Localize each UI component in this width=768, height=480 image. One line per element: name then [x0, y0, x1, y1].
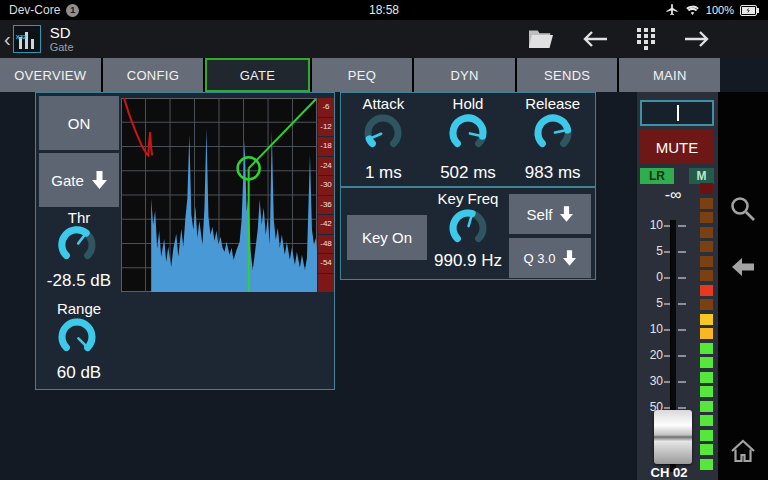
release-knob[interactable]: [529, 112, 577, 160]
channel-strip: MUTE LR M -∞ 1050510203050 CH 02: [637, 92, 718, 480]
range-label: Range: [36, 300, 122, 317]
gate-on-button[interactable]: ON: [39, 96, 119, 150]
airplane-mode-icon: [665, 3, 679, 17]
meter-segment: [700, 256, 713, 267]
nav-sidebar: [718, 92, 768, 480]
channel-name: CH 02: [637, 465, 701, 480]
db-scale-segment: -30: [318, 176, 334, 195]
meter-segment: [700, 343, 713, 354]
mixer-app-screen: Dev-Core 1 18:58 100% ‹ X32 SD Gate: [0, 0, 768, 480]
gate-graph[interactable]: [121, 98, 317, 292]
back-arrow-icon[interactable]: [730, 255, 756, 283]
dynamics-panel: Attack 1 ms Hold 502 ms Release 983 ms: [340, 92, 596, 187]
range-value: 60 dB: [28, 363, 130, 383]
meter-segment: [700, 285, 713, 296]
meter-segment: [700, 212, 713, 223]
search-icon[interactable]: [729, 195, 757, 227]
hold-label: Hold: [426, 95, 511, 112]
key-freq-knob[interactable]: [444, 207, 492, 255]
db-scale-segment: [318, 274, 334, 293]
db-scale-segment: -54: [318, 254, 334, 273]
tab-peq[interactable]: PEQ: [312, 58, 413, 92]
db-scale-segment: -6: [318, 98, 334, 117]
meter-segment: [700, 241, 713, 252]
app-bar: ‹ X32 SD Gate: [0, 20, 768, 58]
battery-icon: [740, 5, 759, 16]
home-icon[interactable]: [729, 438, 757, 468]
release-value: 983 ms: [510, 163, 595, 183]
tab-overview[interactable]: OVERVIEW: [0, 58, 101, 92]
level-meter: [700, 183, 713, 473]
fader-handle[interactable]: [654, 410, 692, 464]
right-arrow-icon[interactable]: [684, 29, 710, 49]
meter-segment: [700, 198, 713, 209]
tab-config[interactable]: CONFIG: [103, 58, 204, 92]
tab-bar: OVERVIEWCONFIGGATEPEQDYNSENDSMAIN: [0, 58, 720, 92]
meter-segment: [700, 314, 713, 325]
pan-position-line: [677, 105, 679, 121]
meter-segment: [700, 372, 713, 383]
fader-scale-label: 10: [639, 322, 663, 336]
tab-gate[interactable]: GATE: [205, 58, 310, 92]
key-freq-value: 990.9 Hz: [418, 251, 518, 271]
db-scale-segment: -42: [318, 215, 334, 234]
battery-percent: 100%: [706, 4, 734, 16]
key-q-dropdown[interactable]: Q 3.0: [509, 238, 591, 278]
pan-indicator[interactable]: [640, 100, 714, 126]
attack-knob[interactable]: [359, 112, 407, 160]
gate-type-dropdown[interactable]: Gate: [39, 153, 119, 207]
db-scale-segment: -48: [318, 235, 334, 254]
key-panel: Key On Key Freq 990.9 Hz Self Q 3.0: [340, 187, 596, 280]
lr-assign-badge[interactable]: LR: [640, 168, 674, 184]
left-arrow-icon[interactable]: [582, 29, 608, 49]
meter-segment: [700, 415, 713, 426]
tab-sends[interactable]: SENDS: [517, 58, 618, 92]
meter-segment: [700, 401, 713, 412]
dropdown-arrow-icon: [563, 250, 576, 266]
meter-segment: [700, 444, 713, 455]
hold-value: 502 ms: [426, 163, 511, 183]
range-knob[interactable]: [53, 316, 101, 364]
meter-segment: [700, 227, 713, 238]
key-source-dropdown[interactable]: Self: [509, 194, 591, 234]
threshold-knob[interactable]: [53, 224, 101, 272]
db-scale-segment: -24: [318, 157, 334, 176]
mute-button[interactable]: MUTE: [640, 130, 714, 164]
db-scale-segment: -12: [318, 118, 334, 137]
fader-gain-value: -∞: [645, 186, 701, 204]
folder-icon[interactable]: [528, 29, 554, 49]
meter-segment: [700, 459, 713, 470]
wifi-icon: [685, 4, 700, 16]
meter-segment: [700, 299, 713, 310]
tab-dyn[interactable]: DYN: [414, 58, 515, 92]
page-subtitle: Gate: [50, 41, 74, 53]
fader-scale-label: 0: [639, 270, 663, 284]
meter-segment: [700, 357, 713, 368]
fader-scale-label: 30: [639, 374, 663, 388]
tab-main[interactable]: MAIN: [619, 58, 720, 92]
hold-knob[interactable]: [444, 112, 492, 160]
fader-scale-label: 10: [639, 218, 663, 232]
meter-segment: [700, 270, 713, 281]
gate-panel: ON Gate Thr -28.5 dB Range 60 dB -6-12-1…: [35, 92, 335, 390]
attack-value: 1 ms: [341, 163, 426, 183]
page-title: SD: [50, 25, 74, 42]
console-icon[interactable]: X32: [13, 25, 41, 53]
meter-segment: [700, 430, 713, 441]
db-scale-segment: -36: [318, 196, 334, 215]
mono-assign-badge[interactable]: M: [689, 168, 714, 184]
release-label: Release: [510, 95, 595, 112]
meter-segment: [700, 183, 713, 194]
clock: 18:58: [0, 3, 768, 17]
chevron-back-icon[interactable]: ‹: [4, 29, 11, 49]
fader-scale-label: 5: [639, 244, 663, 258]
dialpad-icon[interactable]: [636, 27, 656, 51]
graph-db-scale: -6-12-18-24-30-36-42-48-54: [318, 98, 334, 292]
key-on-button[interactable]: Key On: [347, 215, 427, 260]
fader-scale-label: 5: [639, 296, 663, 310]
attack-label: Attack: [341, 95, 426, 112]
meter-segment: [700, 328, 713, 339]
dropdown-arrow-icon: [92, 171, 107, 189]
main-content: ON Gate Thr -28.5 dB Range 60 dB -6-12-1…: [0, 92, 768, 480]
meter-segment: [700, 386, 713, 397]
